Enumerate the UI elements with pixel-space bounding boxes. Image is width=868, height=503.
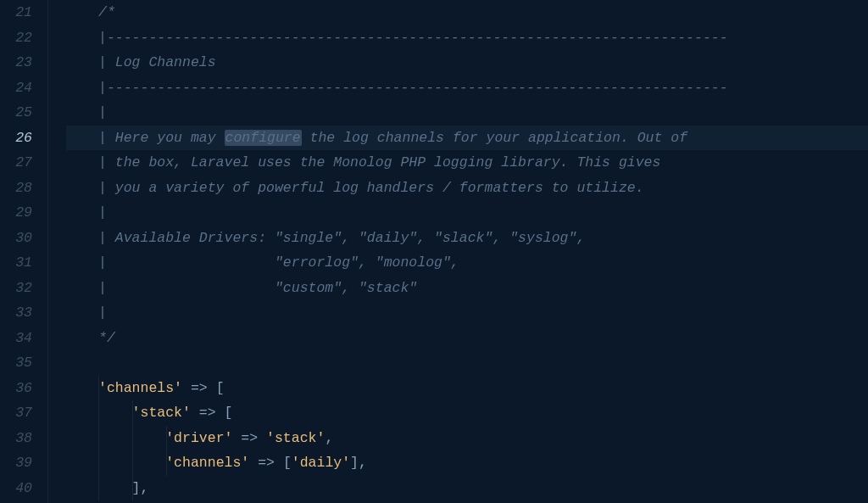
line-content: /* bbox=[98, 0, 115, 25]
line-content: | bbox=[98, 100, 107, 126]
code-line[interactable]: |---------------------------------------… bbox=[66, 75, 868, 101]
line-number: 29 bbox=[0, 200, 32, 226]
line-number: 37 bbox=[0, 400, 32, 426]
line-number: 26 bbox=[0, 126, 32, 151]
code-line[interactable]: | Log Channels bbox=[66, 50, 868, 75]
line-content: 'stack' => [ bbox=[98, 400, 232, 426]
line-content: |---------------------------------------… bbox=[98, 75, 728, 101]
line-content: | Log Channels bbox=[98, 50, 216, 75]
code-line[interactable]: 'stack' => [ bbox=[66, 400, 868, 426]
line-number: 36 bbox=[0, 376, 32, 401]
line-number: 33 bbox=[0, 300, 32, 326]
code-line[interactable]: 'driver' => 'stack', bbox=[66, 426, 868, 451]
line-content: |---------------------------------------… bbox=[98, 25, 728, 51]
code-line[interactable]: |---------------------------------------… bbox=[66, 25, 868, 51]
line-number: 40 bbox=[0, 476, 32, 501]
line-content: | "errorlog", "monolog", bbox=[98, 250, 459, 276]
code-line[interactable]: | Available Drivers: "single", "daily", … bbox=[66, 226, 868, 251]
line-content: | you a variety of powerful log handlers… bbox=[98, 176, 644, 201]
line-content: | "custom", "stack" bbox=[98, 276, 417, 301]
line-content: 'channels' => ['daily'], bbox=[98, 450, 367, 476]
line-number: 21 bbox=[0, 0, 32, 25]
line-content: 'driver' => 'stack', bbox=[98, 426, 333, 451]
code-line[interactable]: | bbox=[66, 200, 868, 226]
line-number: 30 bbox=[0, 226, 32, 251]
line-number: 25 bbox=[0, 100, 32, 126]
code-line[interactable] bbox=[66, 350, 868, 376]
line-content: | Available Drivers: "single", "daily", … bbox=[98, 226, 585, 251]
code-line[interactable]: 'channels' => ['daily'], bbox=[66, 450, 868, 476]
line-content: 'channels' => [ bbox=[98, 376, 225, 401]
code-area[interactable]: /*|-------------------------------------… bbox=[66, 0, 868, 503]
line-number-gutter: 2122232425262728293031323334353637383940 bbox=[0, 0, 47, 503]
line-content: | bbox=[98, 200, 107, 226]
line-number: 28 bbox=[0, 176, 32, 201]
line-number: 32 bbox=[0, 276, 32, 301]
search-highlight: configure bbox=[225, 130, 302, 146]
line-number: 27 bbox=[0, 150, 32, 176]
code-line[interactable]: | Here you may configure the log channel… bbox=[66, 126, 868, 151]
line-number: 23 bbox=[0, 50, 32, 75]
code-line[interactable]: | "custom", "stack" bbox=[66, 276, 868, 301]
code-line[interactable]: | bbox=[66, 100, 868, 126]
line-number: 31 bbox=[0, 250, 32, 276]
line-content: | bbox=[98, 300, 107, 326]
code-line[interactable]: | bbox=[66, 300, 868, 326]
line-number: 22 bbox=[0, 25, 32, 51]
line-number: 24 bbox=[0, 75, 32, 101]
line-content: | the box, Laravel uses the Monolog PHP … bbox=[98, 150, 660, 176]
code-line[interactable]: | the box, Laravel uses the Monolog PHP … bbox=[66, 150, 868, 176]
fold-column bbox=[47, 0, 66, 503]
line-content: */ bbox=[98, 326, 115, 351]
code-line[interactable]: 'channels' => [ bbox=[66, 376, 868, 401]
line-number: 35 bbox=[0, 350, 32, 376]
line-number: 38 bbox=[0, 426, 32, 451]
code-line[interactable]: /* bbox=[66, 0, 868, 25]
code-line[interactable]: | "errorlog", "monolog", bbox=[66, 250, 868, 276]
code-line[interactable]: | you a variety of powerful log handlers… bbox=[66, 176, 868, 201]
code-line[interactable]: */ bbox=[66, 326, 868, 351]
line-number: 39 bbox=[0, 450, 32, 476]
line-content: | Here you may configure the log channel… bbox=[98, 126, 687, 151]
line-number: 34 bbox=[0, 326, 32, 351]
code-editor[interactable]: 2122232425262728293031323334353637383940… bbox=[0, 0, 868, 503]
code-line[interactable]: ], bbox=[66, 476, 868, 501]
line-content: ], bbox=[98, 476, 148, 501]
